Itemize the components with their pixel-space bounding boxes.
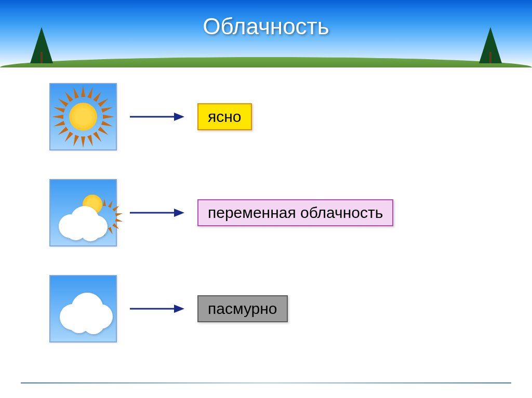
label-partly-cloudy: переменная облачность xyxy=(197,199,393,226)
slide-title: Облачность xyxy=(0,13,532,39)
svg-marker-3 xyxy=(174,209,184,217)
partly-cloudy-icon xyxy=(49,179,117,246)
slide-header: Облачность xyxy=(0,0,532,67)
svg-marker-5 xyxy=(174,305,184,313)
label-overcast: пасмурно xyxy=(197,295,288,322)
cloud-icon xyxy=(49,275,117,342)
label-clear: ясно xyxy=(197,103,252,130)
slide-content: ясно переменная облачность xyxy=(0,67,532,342)
sun-icon xyxy=(49,83,117,150)
row-clear: ясно xyxy=(49,83,532,150)
arrow-icon xyxy=(130,304,184,314)
svg-marker-1 xyxy=(174,113,184,121)
footer-divider xyxy=(21,382,511,383)
horizon-hill xyxy=(0,57,532,67)
arrow-icon xyxy=(130,208,184,218)
row-overcast: пасмурно xyxy=(49,275,532,342)
arrow-icon xyxy=(130,112,184,122)
row-partly-cloudy: переменная облачность xyxy=(49,179,532,246)
